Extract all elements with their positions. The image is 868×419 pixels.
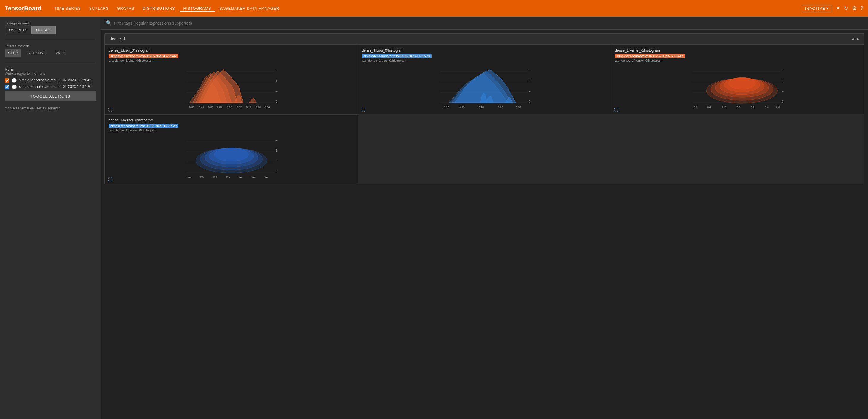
svg-text:–: –	[529, 69, 530, 72]
svg-text:–: –	[782, 90, 784, 93]
chart1-expand-icon[interactable]: ⛶	[108, 107, 112, 112]
svg-text:-0.2: -0.2	[721, 106, 726, 108]
mode-overlay-button[interactable]: OVERLAY	[5, 26, 31, 34]
nav-histograms[interactable]: HISTOGRAMS	[180, 5, 215, 12]
svg-text:0.20: 0.20	[498, 106, 503, 108]
status-dropdown[interactable]: INACTIVE ▾	[802, 5, 832, 12]
settings-icon[interactable]: ⚙	[852, 5, 857, 11]
run1-radio[interactable]	[12, 78, 17, 83]
chart3-title: dense_1/kernel_0/histogram	[615, 49, 860, 53]
svg-text:0.2: 0.2	[751, 106, 755, 108]
content-area: 🔍 dense_1 4 ▲ dense_1/bias_0/histogram s…	[101, 17, 868, 419]
chart4-run-badge: simple-tensorboard-test-09-02-2023-17-37…	[108, 124, 178, 128]
chevron-down-icon: ▾	[827, 6, 829, 11]
toggle-all-button[interactable]: TOGGLE ALL RUNS	[5, 91, 96, 101]
svg-text:0.20: 0.20	[256, 106, 261, 108]
app-logo: TensorBoard	[5, 5, 41, 12]
svg-text:-0.6: -0.6	[693, 106, 698, 108]
chart4-area: – 1 – 3	[108, 134, 354, 181]
chart1-title: dense_1/bias_0/histogram	[108, 49, 354, 53]
run2-radio[interactable]	[12, 85, 17, 89]
svg-text:0.4: 0.4	[765, 106, 769, 108]
svg-text:0.6: 0.6	[776, 106, 780, 108]
svg-text:3: 3	[276, 170, 278, 173]
svg-text:-0.3: -0.3	[212, 175, 217, 178]
svg-text:0.5: 0.5	[265, 175, 268, 178]
chart3-area: – 1 – 3	[615, 64, 860, 111]
chart2-run-badge: simple-tensorboard-test-09-02-2023-17-37…	[362, 54, 432, 58]
axis-wall-button[interactable]: WALL	[53, 49, 69, 57]
chart-card-2: dense_1/bias_0/histogram simple-tensorbo…	[358, 44, 611, 114]
chart4-tag: tag: dense_1/kernel_0/histogram	[108, 128, 354, 132]
chart1-svg: – 1 – 3	[108, 64, 354, 111]
axis-relative-button[interactable]: RELATIVE	[25, 49, 49, 57]
nav-distributions[interactable]: DISTRIBUTIONS	[139, 5, 179, 12]
chart4-expand-icon[interactable]: ⛶	[108, 177, 112, 182]
svg-text:–: –	[276, 138, 278, 142]
svg-text:3: 3	[529, 100, 530, 103]
svg-text:-0.5: -0.5	[199, 175, 204, 178]
offset-time-axis-label: Offset time axis	[5, 44, 96, 48]
svg-point-56	[729, 77, 755, 89]
run2-checkbox[interactable]	[5, 85, 9, 89]
svg-text:0.3: 0.3	[251, 175, 255, 178]
svg-text:3: 3	[782, 100, 784, 103]
runs-label: Runs	[5, 67, 96, 71]
chevron-up-icon[interactable]: ▲	[856, 37, 859, 41]
svg-text:–: –	[782, 69, 784, 72]
svg-text:0.04: 0.04	[217, 106, 222, 108]
chart-card-3: dense_1/kernel_0/histogram simple-tensor…	[611, 44, 864, 114]
svg-text:-0.4: -0.4	[707, 106, 711, 108]
run-item-2: simple-tensorboard-test-09-02-2023-17-37…	[5, 85, 96, 89]
section-count-value: 4	[852, 37, 854, 41]
help-icon[interactable]: ?	[860, 5, 863, 11]
svg-text:–: –	[529, 90, 530, 93]
svg-text:-0.08: -0.08	[188, 106, 194, 108]
chart2-expand-icon[interactable]: ⛶	[361, 107, 365, 112]
run-item-1: simple-tensorboard-test-09-02-2023-17-29…	[5, 78, 96, 83]
svg-text:0.24: 0.24	[265, 106, 270, 108]
svg-text:1: 1	[782, 79, 784, 83]
nav-links: TIME SERIES SCALARS GRAPHS DISTRIBUTIONS…	[51, 5, 799, 12]
runs-section: Runs Write a regex to filter runs simple…	[5, 67, 96, 101]
axis-step-button[interactable]: STEP	[5, 49, 21, 57]
mode-offset-button[interactable]: OFFSET	[31, 26, 56, 34]
run1-checkbox[interactable]	[5, 78, 9, 83]
svg-text:1: 1	[276, 149, 278, 152]
filter-input[interactable]	[114, 21, 863, 26]
charts-bottom-row: dense_1/kernel_0/histogram simple-tensor…	[105, 114, 864, 184]
chart1-tag: tag: dense_1/bias_0/histogram	[108, 59, 354, 62]
svg-text:1: 1	[529, 79, 530, 83]
nav-graphs[interactable]: GRAPHS	[114, 5, 138, 12]
svg-text:0.00: 0.00	[208, 106, 213, 108]
section-name: dense_1	[110, 36, 126, 41]
brightness-icon[interactable]: ☀	[836, 5, 840, 11]
chart3-expand-icon[interactable]: ⛶	[614, 107, 618, 112]
svg-text:1: 1	[276, 79, 278, 83]
svg-text:3: 3	[276, 100, 278, 103]
refresh-icon[interactable]: ↻	[844, 5, 848, 11]
chart1-area: – 1 – 3	[108, 64, 354, 111]
chart4-svg: – 1 – 3	[108, 134, 354, 181]
offset-time-axis-section: Offset time axis STEP RELATIVE WALL	[5, 44, 96, 57]
axis-buttons: STEP RELATIVE WALL	[5, 49, 96, 57]
topnav: TensorBoard TIME SERIES SCALARS GRAPHS D…	[0, 0, 868, 17]
nav-time-series[interactable]: TIME SERIES	[51, 5, 85, 12]
svg-text:–: –	[276, 90, 278, 93]
svg-text:0.10: 0.10	[478, 106, 484, 108]
chart2-area: – 1 – 3	[362, 64, 607, 111]
section-group: dense_1 4 ▲ dense_1/bias_0/histogram sim…	[104, 33, 864, 184]
svg-text:0.1: 0.1	[239, 175, 243, 178]
nav-scalars[interactable]: SCALARS	[86, 5, 112, 12]
svg-point-76	[214, 148, 248, 161]
svg-text:0.08: 0.08	[227, 106, 232, 108]
divider-2	[5, 62, 96, 62]
svg-text:0.30: 0.30	[516, 106, 521, 108]
run2-name: simple-tensorboard-test-09-02-2023-17-37…	[19, 85, 91, 89]
svg-text:–: –	[276, 159, 278, 163]
nav-sagemaker[interactable]: SAGEMAKER DATA MANAGER	[216, 5, 283, 12]
topnav-right: INACTIVE ▾ ☀ ↻ ⚙ ?	[802, 5, 863, 12]
histogram-mode-label: Histogram mode	[5, 21, 96, 25]
chart1-run-badge: simple-tensorboard-test-09-02-2023-17-29…	[108, 54, 178, 58]
svg-text:-0.10: -0.10	[443, 106, 449, 108]
